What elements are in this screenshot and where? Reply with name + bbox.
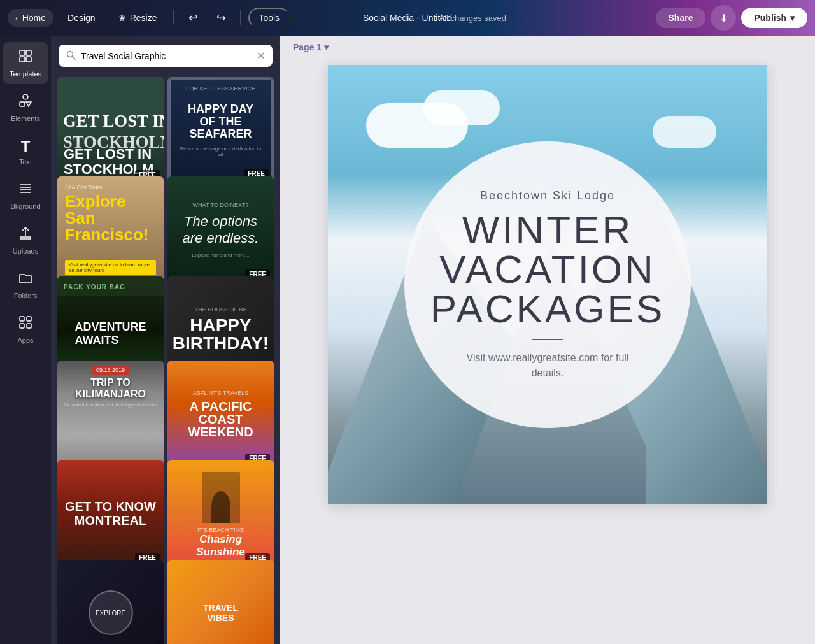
sidebar-item-apps-label: Apps <box>17 336 33 344</box>
sidebar-item-uploads-label: Uploads <box>13 247 38 255</box>
svg-rect-14 <box>27 324 31 328</box>
svg-marker-6 <box>26 102 31 106</box>
templates-icon <box>18 48 33 68</box>
template-card-stockholm[interactable]: GET LOST INSTOCKHOLM FREE <box>57 77 164 183</box>
publish-chevron-icon: ▾ <box>790 13 795 23</box>
home-label: Home <box>22 13 46 23</box>
sidebar-item-folders-label: Folders <box>14 292 38 299</box>
publish-label: Publish <box>754 13 786 23</box>
separator-2 <box>240 10 241 25</box>
undo-button[interactable]: ↩ <box>181 6 204 29</box>
search-icon <box>66 50 76 62</box>
tools-button[interactable]: Tools <box>248 8 290 28</box>
download-button[interactable]: ⬇ <box>711 5 736 31</box>
svg-rect-12 <box>27 317 31 321</box>
page-label: Page 1 <box>293 42 322 52</box>
template-card-options[interactable]: WHAT TO DO NEXT? The optionsare endless.… <box>167 176 274 283</box>
svg-rect-3 <box>26 57 31 62</box>
saved-status: All changes saved <box>295 13 650 23</box>
subtitle: Visit www.reallygreatsite.com for full d… <box>452 350 643 381</box>
page-indicator: Page 1 ▾ <box>280 36 815 59</box>
templates-panel: ✕ GET LOST INSTOCKHOLM FREE FOR SELFLESS… <box>51 36 280 644</box>
svg-rect-5 <box>20 102 25 106</box>
cloud-2 <box>423 90 500 125</box>
search-input[interactable] <box>81 51 252 61</box>
svg-point-4 <box>23 94 28 99</box>
sidebar: Templates Elements T Text <box>0 36 51 644</box>
search-bar: ✕ <box>51 36 280 73</box>
sidebar-item-elements-label: Elements <box>11 115 40 122</box>
svg-rect-1 <box>26 50 31 55</box>
share-button[interactable]: Share <box>656 8 706 28</box>
share-label: Share <box>669 13 693 23</box>
home-button[interactable]: ‹ Home <box>8 9 53 27</box>
elements-icon <box>18 93 33 112</box>
main-layout: Templates Elements T Text <box>0 36 815 644</box>
template-card-sf[interactable]: JAA City Tours ExploreSanFrancisco! Visi… <box>57 176 164 283</box>
main-title-line1: WINTER <box>430 210 665 250</box>
template-card-pacific[interactable]: ASFLINT'S TRAVELS A PACIFIC COASTWEEKEND… <box>167 361 274 467</box>
main-title: WINTER VACATION PACKAGES <box>430 210 665 329</box>
resize-button[interactable]: ♛ Resize <box>110 9 166 27</box>
template-card-warm1[interactable]: TRAVELVIBES <box>167 560 274 644</box>
sidebar-item-background-label: Bkground <box>10 203 40 210</box>
svg-rect-13 <box>20 324 24 328</box>
svg-line-16 <box>73 56 76 59</box>
sidebar-item-uploads[interactable]: Uploads <box>3 219 48 261</box>
template-card-sunshine[interactable]: IT'S BEACH TIME Chasing Sunshine FREE <box>167 460 274 566</box>
text-icon: T <box>21 138 31 155</box>
lodge-name: Beechtown Ski Lodge <box>480 189 615 203</box>
apps-icon <box>18 315 33 334</box>
svg-rect-11 <box>20 317 24 321</box>
sidebar-item-folders[interactable]: Folders <box>3 264 48 306</box>
main-title-line2: VACATION <box>430 250 665 289</box>
canvas[interactable]: Beechtown Ski Lodge WINTER VACATION PACK… <box>328 65 767 504</box>
separator-1 <box>173 10 174 25</box>
templates-grid: GET LOST INSTOCKHOLM FREE FOR SELFLESS S… <box>51 73 280 644</box>
circle-overlay[interactable]: Beechtown Ski Lodge WINTER VACATION PACK… <box>404 141 691 428</box>
sidebar-item-text[interactable]: T Text <box>3 131 48 172</box>
tools-label: Tools <box>259 13 280 23</box>
sidebar-item-text-label: Text <box>19 158 32 166</box>
topbar-right: Share ⬇ Publish ▾ <box>656 5 807 31</box>
template-card-montreal[interactable]: GET TO KNOWMONTREAL FREE <box>57 460 164 566</box>
template-card-kilimanjaro[interactable]: 09.15.2019 TRIP TOKILIMANJARO for more i… <box>57 361 164 467</box>
download-icon: ⬇ <box>719 12 728 24</box>
home-chevron-icon: ‹ <box>15 13 18 23</box>
doc-title: Social Media - Untitled <box>363 13 452 23</box>
background-icon <box>18 181 33 200</box>
sidebar-item-elements[interactable]: Elements <box>3 87 48 129</box>
page-chevron-icon: ▾ <box>324 42 329 52</box>
publish-button[interactable]: Publish ▾ <box>741 8 807 28</box>
svg-rect-0 <box>20 50 25 55</box>
design-button[interactable]: Design <box>59 9 104 27</box>
page-selector[interactable]: Page 1 ▾ <box>293 42 329 52</box>
uploads-icon <box>18 225 33 245</box>
search-input-wrap[interactable]: ✕ <box>59 45 273 67</box>
template-card-dark1[interactable]: EXPLORE <box>57 560 164 644</box>
sidebar-item-apps[interactable]: Apps <box>3 308 48 350</box>
cloud-3 <box>653 116 716 148</box>
crown-icon: ♛ <box>118 13 127 23</box>
resize-label: Resize <box>130 13 157 23</box>
template-card-seafarer[interactable]: FOR SELFLESS SERVICE HAPPY DAYOF THESEAF… <box>167 77 274 183</box>
clear-icon[interactable]: ✕ <box>257 50 265 62</box>
svg-rect-2 <box>20 57 25 62</box>
topbar: ‹ Home Design ♛ Resize ↩ ↪ Tools All cha… <box>0 0 815 36</box>
redo-button[interactable]: ↪ <box>209 6 232 29</box>
canvas-area: Page 1 ▾ Beechtown Ski Lodge <box>280 36 815 644</box>
sidebar-item-background[interactable]: Bkground <box>3 175 48 217</box>
main-title-line3: PACKAGES <box>430 289 665 329</box>
sidebar-item-templates[interactable]: Templates <box>3 42 48 84</box>
sidebar-item-templates-label: Templates <box>10 70 41 78</box>
folders-icon <box>18 270 33 289</box>
title-divider <box>532 339 563 340</box>
design-label: Design <box>67 13 96 23</box>
canvas-scroll: Beechtown Ski Lodge WINTER VACATION PACK… <box>280 59 815 644</box>
